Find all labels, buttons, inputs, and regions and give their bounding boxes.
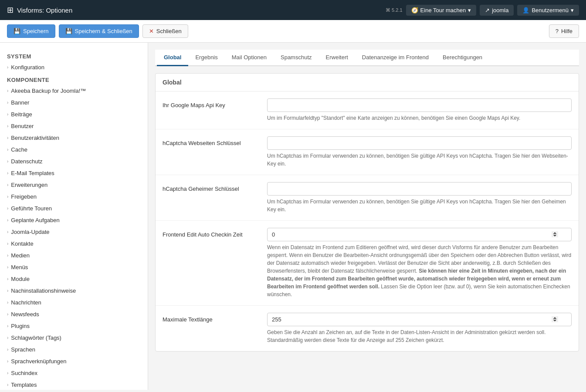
sidebar-item-suchindex[interactable]: ›Suchindex	[0, 367, 148, 379]
sidebar-item-templates[interactable]: ›Templates	[0, 379, 148, 390]
user-menu-button[interactable]: 👤 Benutzermenü ▾	[517, 5, 579, 16]
tab-berechtigungen[interactable]: Berechtigungen	[436, 50, 489, 66]
sidebar-item-label: Module	[11, 276, 30, 282]
tab-erweitert[interactable]: Erweitert	[319, 50, 355, 66]
sidebar-system-title: System	[0, 50, 148, 61]
chevron-right-icon: ›	[7, 171, 8, 176]
close-button[interactable]: ✕ Schließen	[142, 24, 188, 38]
sidebar-item-label: Schlagwörter (Tags)	[11, 335, 61, 341]
tour-button[interactable]: 🧭 Eine Tour machen ▾	[406, 5, 477, 16]
toolbar-right: ? Hilfe	[549, 24, 579, 38]
chevron-right-icon: ›	[7, 112, 8, 117]
input-google-maps-key[interactable]	[267, 98, 572, 112]
tab-bar: GlobalErgebnisMail OptionenSpamschutzErw…	[155, 50, 579, 66]
save-close-button[interactable]: 💾 Speichern & Schließen	[59, 24, 139, 38]
sidebar-item-erweiterungen[interactable]: ›Erweiterungen	[0, 179, 148, 191]
sidebar-item-freigeben[interactable]: ›Freigeben	[0, 191, 148, 203]
toolbar-left: 💾 Speichern 💾 Speichern & Schließen ✕ Sc…	[7, 24, 188, 38]
close-icon: ✕	[149, 28, 154, 34]
app-icon: ⊞	[7, 5, 14, 15]
sidebar-item-label: E-Mail Templates	[11, 170, 54, 176]
form-row-hcaptcha-webseiten: hCaptcha Webseiten SchlüsselUm hCaptchas…	[156, 129, 579, 175]
sidebar-item-banner[interactable]: ›Banner	[0, 97, 148, 108]
field-hint-maximale-textlaenge: Geben Sie die Anzahl an Zeichen an, auf …	[267, 328, 572, 344]
sidebar-item-kontakte[interactable]: ›Kontakte	[0, 238, 148, 250]
chevron-right-icon: ›	[7, 230, 8, 234]
content-area: GlobalErgebnisMail OptionenSpamschutzErw…	[148, 43, 586, 390]
help-button[interactable]: ? Hilfe	[549, 24, 579, 38]
sidebar-item-nachrichten[interactable]: ›Nachrichten	[0, 297, 148, 308]
chevron-right-icon: ›	[7, 88, 8, 93]
sidebar-item-newsfeeds[interactable]: ›Newsfeeds	[0, 308, 148, 320]
sidebar-item-label: Menüs	[11, 264, 28, 270]
app-title: Visforms: Optionen	[17, 7, 72, 14]
field-label-maximale-textlaenge: Maximale Textlänge	[163, 313, 258, 323]
sidebar-item-sprachen[interactable]: ›Sprachen	[0, 344, 148, 355]
sidebar-item-email-templates[interactable]: ›E-Mail Templates	[0, 167, 148, 179]
joomla-button[interactable]: ↗ joomla	[480, 5, 514, 16]
sidebar-item-label: Akeeba Backup for Joomla!™	[11, 88, 86, 94]
chevron-right-icon: ›	[7, 253, 8, 258]
sidebar-item-label: Newsfeeds	[11, 311, 39, 318]
field-hint-hcaptcha-geheimer: Um hCaptchas im Formular verwenden zu kö…	[267, 198, 572, 213]
chevron-right-icon: ›	[7, 194, 8, 199]
sidebar-item-konfiguration[interactable]: ›Konfiguration	[0, 61, 148, 73]
sidebar-item-module[interactable]: ›Module	[0, 273, 148, 285]
field-hcaptcha-geheimer: Um hCaptchas im Formular verwenden zu kö…	[267, 182, 572, 213]
sidebar-item-label: Geplante Aufgaben	[11, 217, 59, 223]
sidebar-item-label: Datenschutz	[11, 158, 42, 165]
sidebar-item-label: Cache	[11, 146, 27, 153]
form-panel: Global Ihr Google Maps Api KeyUm im Form…	[155, 73, 579, 351]
form-row-frontend-edit: Frontend Edit Auto Checkin ZeitWenn ein …	[156, 221, 579, 306]
form-row-google-maps-key: Ihr Google Maps Api KeyUm im Formularfel…	[156, 91, 579, 129]
sidebar-item-cache[interactable]: ›Cache	[0, 144, 148, 155]
chevron-right-icon: ›	[7, 277, 8, 281]
sidebar-item-schlagwoerter[interactable]: ›Schlagwörter (Tags)	[0, 332, 148, 344]
sidebar-item-label: Benutzer	[11, 123, 34, 129]
input-maximale-textlaenge[interactable]	[267, 313, 572, 326]
chevron-right-icon: ›	[7, 300, 8, 305]
sidebar-item-benutzeraktivitaeten[interactable]: ›Benutzeraktivitäten	[0, 132, 148, 144]
sidebar-item-label: Konfiguration	[11, 64, 44, 71]
sidebar-item-sprachverknuepfungen[interactable]: ›Sprachverknüpfungen	[0, 355, 148, 367]
sidebar-item-geplante-aufgaben[interactable]: ›Geplante Aufgaben	[0, 214, 148, 226]
sidebar-item-gefuehrte-touren[interactable]: ›Geführte Touren	[0, 203, 148, 214]
chevron-right-icon: ›	[7, 218, 8, 223]
external-link-icon: ↗	[485, 7, 490, 14]
save-button[interactable]: 💾 Speichern	[7, 24, 55, 38]
chevron-right-icon: ›	[7, 100, 8, 105]
sidebar-item-menues[interactable]: ›Menüs	[0, 261, 148, 273]
input-hcaptcha-webseiten[interactable]	[267, 136, 572, 150]
tab-spamschutz[interactable]: Spamschutz	[274, 50, 319, 66]
sidebar-item-joomla-update[interactable]: ›Joomla-Update	[0, 226, 148, 238]
input-frontend-edit[interactable]	[267, 228, 572, 241]
sidebar-item-label: Benutzeraktivitäten	[11, 135, 59, 141]
sidebar-item-label: Beiträge	[11, 111, 32, 118]
sidebar-item-label: Plugins	[11, 323, 30, 329]
field-label-frontend-edit: Frontend Edit Auto Checkin Zeit	[163, 228, 258, 238]
tab-ergebnis[interactable]: Ergebnis	[188, 50, 224, 66]
tab-global[interactable]: Global	[157, 50, 188, 66]
chevron-right-icon: ›	[7, 65, 8, 70]
sidebar-item-beitraege[interactable]: ›Beiträge	[0, 108, 148, 120]
chevron-right-icon: ›	[7, 288, 8, 293]
sidebar-item-nachinstallationshinweise[interactable]: ›Nachinstallationshinweise	[0, 285, 148, 297]
chevron-right-icon: ›	[7, 206, 8, 211]
sidebar-item-datenschutz[interactable]: ›Datenschutz	[0, 155, 148, 167]
sidebar-item-plugins[interactable]: ›Plugins	[0, 320, 148, 332]
chevron-right-icon: ›	[7, 135, 8, 140]
chevron-right-icon: ›	[7, 382, 8, 387]
tab-mail-optionen[interactable]: Mail Optionen	[225, 50, 274, 66]
sidebar-item-label: Templates	[11, 382, 37, 388]
sidebar-item-medien[interactable]: ›Medien	[0, 250, 148, 261]
sidebar-item-label: Medien	[11, 252, 30, 259]
sidebar-item-akeeba[interactable]: ›Akeeba Backup for Joomla!™	[0, 85, 148, 97]
input-hcaptcha-geheimer[interactable]	[267, 182, 572, 196]
sidebar-item-label: Sprachverknüpfungen	[11, 358, 66, 365]
topbar-left: ⊞ Visforms: Optionen	[7, 5, 72, 15]
chevron-right-icon: ›	[7, 159, 8, 164]
save-close-icon: 💾	[65, 28, 72, 34]
tab-datenanzeige[interactable]: Datenanzeige im Frontend	[355, 50, 436, 66]
field-hint-hcaptcha-webseiten: Um hCaptchas im Formular verwenden zu kö…	[267, 152, 572, 168]
sidebar-item-benutzer[interactable]: ›Benutzer	[0, 120, 148, 132]
